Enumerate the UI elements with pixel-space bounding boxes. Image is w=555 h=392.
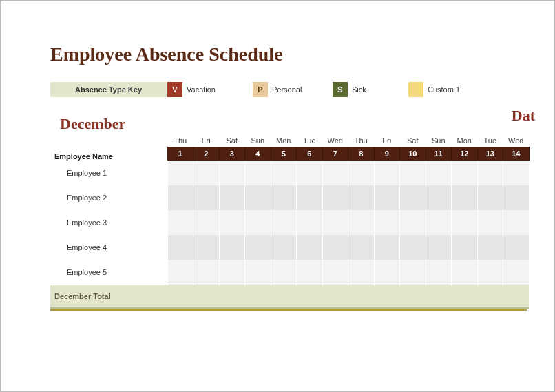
absence-cell[interactable] bbox=[348, 185, 375, 210]
absence-cell[interactable] bbox=[452, 210, 478, 235]
absence-cell[interactable] bbox=[297, 235, 323, 260]
absence-cell[interactable] bbox=[348, 210, 375, 235]
absence-cell[interactable] bbox=[452, 235, 478, 260]
absence-cell[interactable] bbox=[219, 235, 245, 260]
absence-cell[interactable] bbox=[297, 210, 323, 235]
absence-cell[interactable] bbox=[322, 235, 348, 260]
total-cell bbox=[271, 285, 297, 308]
absence-cell[interactable] bbox=[400, 235, 426, 260]
table-row: Employee 5 bbox=[50, 260, 529, 285]
total-cell bbox=[322, 285, 348, 308]
content-area: Employee Absence Schedule Absence Type K… bbox=[1, 1, 554, 338]
absence-cell[interactable] bbox=[167, 161, 193, 185]
absence-cell[interactable] bbox=[193, 210, 220, 235]
absence-cell[interactable] bbox=[426, 185, 452, 210]
absence-cell[interactable] bbox=[374, 185, 400, 210]
absence-cell[interactable] bbox=[167, 235, 193, 260]
absence-cell[interactable] bbox=[426, 161, 452, 185]
absence-cell[interactable] bbox=[348, 161, 375, 185]
absence-cell[interactable] bbox=[297, 260, 323, 285]
absence-cell[interactable] bbox=[167, 260, 193, 285]
absence-cell[interactable] bbox=[322, 185, 348, 210]
absence-cell[interactable] bbox=[219, 185, 245, 210]
employee-name-cell[interactable]: Employee 3 bbox=[50, 210, 167, 235]
bottom-accent-line bbox=[50, 309, 527, 311]
weekday-cell: Mon bbox=[271, 134, 297, 147]
absence-cell[interactable] bbox=[271, 260, 297, 285]
absence-cell[interactable] bbox=[193, 260, 220, 285]
absence-cell[interactable] bbox=[400, 185, 426, 210]
absence-cell[interactable] bbox=[374, 161, 400, 185]
absence-cell[interactable] bbox=[322, 161, 348, 185]
employee-name-header: Employee Name bbox=[50, 134, 167, 161]
absence-cell[interactable] bbox=[477, 210, 503, 235]
absence-cell[interactable] bbox=[503, 235, 530, 260]
absence-key-bar: Absence Type Key V Vacation P Personal S… bbox=[50, 82, 527, 97]
absence-cell[interactable] bbox=[245, 235, 271, 260]
absence-cell[interactable] bbox=[477, 161, 503, 185]
absence-cell[interactable] bbox=[297, 161, 323, 185]
sick-label: Sick bbox=[348, 82, 408, 97]
absence-cell[interactable] bbox=[322, 210, 348, 235]
absence-cell[interactable] bbox=[245, 161, 271, 185]
table-row: Employee 4 bbox=[50, 235, 529, 260]
absence-cell[interactable] bbox=[477, 260, 503, 285]
date-cell: 9 bbox=[374, 147, 400, 161]
absence-cell[interactable] bbox=[400, 161, 426, 185]
absence-cell[interactable] bbox=[426, 235, 452, 260]
vacation-swatch: V bbox=[167, 82, 182, 97]
weekday-cell: Fri bbox=[193, 134, 220, 147]
total-cell bbox=[452, 285, 478, 308]
employee-name-cell[interactable]: Employee 5 bbox=[50, 260, 167, 285]
absence-cell[interactable] bbox=[503, 161, 530, 185]
date-cell: 5 bbox=[271, 147, 297, 161]
absence-cell[interactable] bbox=[271, 161, 297, 185]
absence-cell[interactable] bbox=[374, 210, 400, 235]
total-cell bbox=[477, 285, 503, 308]
absence-cell[interactable] bbox=[374, 235, 400, 260]
absence-cell[interactable] bbox=[477, 185, 503, 210]
absence-cell[interactable] bbox=[167, 185, 193, 210]
absence-cell[interactable] bbox=[219, 161, 245, 185]
absence-cell[interactable] bbox=[503, 185, 530, 210]
absence-cell[interactable] bbox=[374, 260, 400, 285]
absence-cell[interactable] bbox=[271, 185, 297, 210]
absence-cell[interactable] bbox=[219, 210, 245, 235]
absence-cell[interactable] bbox=[452, 185, 478, 210]
total-cell bbox=[297, 285, 323, 308]
employee-name-cell[interactable]: Employee 2 bbox=[50, 185, 167, 210]
absence-cell[interactable] bbox=[193, 161, 220, 185]
absence-cell[interactable] bbox=[400, 260, 426, 285]
absence-cell[interactable] bbox=[426, 210, 452, 235]
absence-cell[interactable] bbox=[348, 260, 375, 285]
total-cell bbox=[400, 285, 426, 308]
absence-cell[interactable] bbox=[271, 235, 297, 260]
absence-cell[interactable] bbox=[193, 235, 220, 260]
employee-name-cell[interactable]: Employee 1 bbox=[50, 161, 167, 185]
custom1-swatch bbox=[408, 82, 423, 97]
page-frame: Employee Absence Schedule Absence Type K… bbox=[0, 0, 555, 392]
page-title: Employee Absence Schedule bbox=[50, 43, 527, 65]
absence-cell[interactable] bbox=[245, 185, 271, 210]
absence-cell[interactable] bbox=[193, 185, 220, 210]
absence-cell[interactable] bbox=[452, 260, 478, 285]
absence-cell[interactable] bbox=[219, 260, 245, 285]
absence-cell[interactable] bbox=[245, 210, 271, 235]
total-cell bbox=[503, 285, 530, 308]
absence-cell[interactable] bbox=[167, 210, 193, 235]
absence-cell[interactable] bbox=[426, 260, 452, 285]
absence-cell[interactable] bbox=[322, 260, 348, 285]
absence-cell[interactable] bbox=[348, 235, 375, 260]
absence-cell[interactable] bbox=[452, 161, 478, 185]
date-cell: 6 bbox=[297, 147, 323, 161]
weekday-cell: Sat bbox=[400, 134, 426, 147]
absence-cell[interactable] bbox=[503, 210, 530, 235]
absence-cell[interactable] bbox=[503, 260, 530, 285]
employee-name-cell[interactable]: Employee 4 bbox=[50, 235, 167, 260]
absence-cell[interactable] bbox=[400, 210, 426, 235]
date-cell: 11 bbox=[426, 147, 452, 161]
absence-cell[interactable] bbox=[271, 210, 297, 235]
absence-cell[interactable] bbox=[477, 235, 503, 260]
absence-cell[interactable] bbox=[245, 260, 271, 285]
absence-cell[interactable] bbox=[297, 185, 323, 210]
